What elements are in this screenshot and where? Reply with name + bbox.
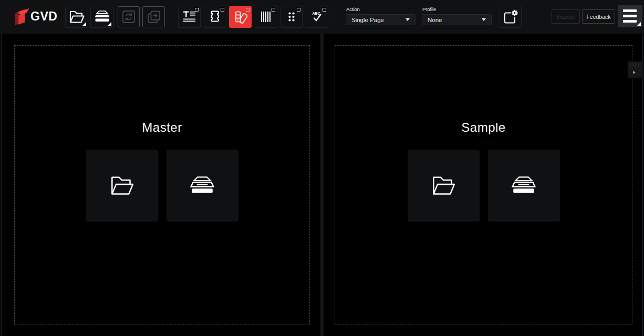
mode-option-checkbox[interactable] xyxy=(297,8,300,12)
report-settings-icon xyxy=(503,9,518,25)
window-right-border xyxy=(642,34,643,336)
text-inspection-icon xyxy=(183,11,196,23)
action-value: Single Page xyxy=(346,17,406,23)
expand-arrow-icon xyxy=(633,71,636,74)
sample-open-file-tile[interactable] xyxy=(408,150,480,222)
open-file-button[interactable] xyxy=(65,6,88,28)
feedback-button[interactable]: Feedback xyxy=(582,9,615,24)
chevron-down-icon xyxy=(406,18,410,21)
mode-option-checkbox[interactable] xyxy=(195,8,199,12)
sync-icon xyxy=(121,9,137,25)
pages-icon xyxy=(146,9,162,25)
master-open-file-tile[interactable] xyxy=(86,150,158,222)
folder-open-icon xyxy=(109,175,134,197)
text-inspection-button[interactable] xyxy=(178,6,201,28)
inspect-label: Inspect xyxy=(557,14,575,20)
inspect-button[interactable]: Inspect xyxy=(552,9,580,24)
master-panel: Master xyxy=(14,45,310,324)
menu-button[interactable] xyxy=(618,5,642,27)
master-scan-tile[interactable] xyxy=(167,150,238,222)
panel-divider xyxy=(320,34,324,336)
profile-dropdown[interactable]: None xyxy=(422,14,492,25)
master-panel-title: Master xyxy=(15,120,309,135)
mode-option-checkbox[interactable] xyxy=(221,8,224,12)
action-dropdown[interactable]: Single Page xyxy=(346,14,416,25)
braille-icon xyxy=(285,10,298,24)
mode-option-checkbox[interactable] xyxy=(246,8,250,12)
barcode-inspection-button[interactable] xyxy=(255,6,277,28)
dropdown-corner-indicator xyxy=(82,22,86,26)
profile-label: Profile xyxy=(422,6,436,12)
spellcheck-icon: ABC xyxy=(310,10,324,24)
mode-option-checkbox[interactable] xyxy=(272,8,275,12)
folder-open-icon xyxy=(431,175,456,197)
window-left-border xyxy=(1,34,2,336)
sync-button[interactable] xyxy=(118,6,140,27)
gvd-logo-icon xyxy=(14,8,29,28)
barcode-icon xyxy=(259,10,273,24)
svg-text:ABC: ABC xyxy=(312,12,320,15)
copy-pages-button[interactable] xyxy=(142,6,165,27)
sample-panel: Sample xyxy=(335,45,632,324)
grip-icon xyxy=(629,63,641,67)
dropdown-corner-indicator xyxy=(637,22,641,26)
feedback-label: Feedback xyxy=(586,14,610,20)
report-settings-button[interactable] xyxy=(500,6,522,28)
graphics-inspection-button[interactable] xyxy=(204,6,226,28)
mode-option-checkbox[interactable] xyxy=(323,8,326,12)
toolbar: GVD xyxy=(0,0,644,34)
dieline-icon xyxy=(209,10,222,24)
sample-panel-title: Sample xyxy=(335,120,632,135)
action-label: Action xyxy=(346,6,360,12)
profile-value: None xyxy=(422,17,482,23)
scanner-icon xyxy=(511,175,537,196)
scanner-icon xyxy=(189,175,215,196)
braille-inspection-button[interactable] xyxy=(280,6,303,28)
color-inspection-button[interactable] xyxy=(229,6,252,28)
logo-text: GVD xyxy=(30,9,57,24)
color-swatches-icon xyxy=(234,10,247,24)
sample-scan-tile[interactable] xyxy=(488,150,560,222)
chevron-down-icon xyxy=(482,18,486,21)
scan-button[interactable] xyxy=(90,6,113,28)
dropdown-corner-indicator xyxy=(108,22,111,26)
side-panel-handle[interactable] xyxy=(628,61,642,78)
spelling-inspection-button[interactable]: ABC xyxy=(306,6,328,28)
